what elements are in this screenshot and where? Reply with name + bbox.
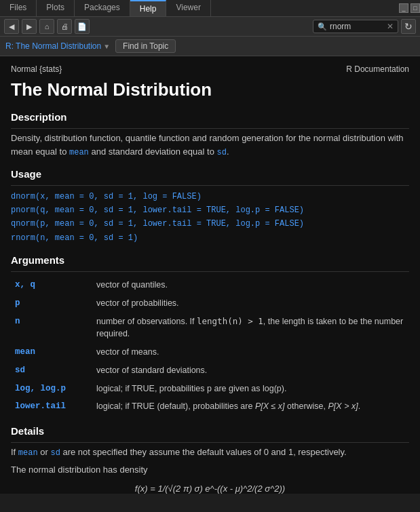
breadcrumb-arrow-icon: ▼: [103, 43, 110, 50]
code-sd2: sd: [50, 448, 60, 458]
search-box: 🔍 ✕: [313, 20, 398, 33]
search-input[interactable]: [330, 22, 384, 31]
code-length: length(n) > 1: [197, 316, 263, 326]
arg-desc-xq: vector of quantiles.: [92, 276, 409, 294]
arg-row-log: log, log.p logical; if TRUE, probabiliti…: [11, 380, 409, 398]
arg-desc-lowertail: logical; if TRUE (default), probabilitie…: [92, 397, 409, 416]
doc-type-label: R Documentation: [346, 64, 409, 74]
arg-row-lowertail: lower.tail logical; if TRUE (default), p…: [11, 397, 409, 416]
arg-row-p: p vector of probabilities.: [11, 294, 409, 313]
back-button[interactable]: ◀: [4, 19, 19, 34]
description-text: Density, distribution function, quantile…: [11, 132, 409, 159]
arg-desc-mean: vector of means.: [92, 343, 409, 361]
details-text1: If mean or sd are not specified they ass…: [11, 446, 409, 459]
window-controls: _ □: [399, 0, 420, 16]
arg-name-mean: mean: [11, 343, 92, 361]
maximize-button[interactable]: □: [411, 3, 420, 13]
usage-code: dnorm(x, mean = 0, sd = 1, log = FALSE) …: [11, 190, 409, 245]
tab-viewer[interactable]: Viewer: [166, 0, 210, 16]
nav-toolbar: ◀ ▶ ⌂ 🖨 📄 🔍 ✕ ↻: [0, 17, 420, 37]
arg-name-lowertail: lower.tail: [11, 397, 92, 416]
tab-plots[interactable]: Plots: [37, 0, 75, 16]
second-nav: R: The Normal Distribution ▼ Find in Top…: [0, 37, 420, 56]
arg-name-p: p: [11, 294, 92, 313]
tab-packages[interactable]: Packages: [75, 0, 130, 16]
doc-header: Normal {stats} R Documentation: [11, 64, 409, 74]
find-in-topic-button[interactable]: Find in Topic: [115, 39, 176, 53]
doc-title: The Normal Distribution: [11, 79, 409, 100]
arg-row-n: n number of observations. If length(n) >…: [11, 313, 409, 344]
usage-line-3: qnorm(p, mean = 0, sd = 1, lower.tail = …: [11, 217, 409, 231]
breadcrumb[interactable]: R: The Normal Distribution ▼: [5, 41, 110, 51]
arg-desc-log: logical; if TRUE, probabilities p are gi…: [92, 380, 409, 398]
arg-name-sd: sd: [11, 361, 92, 380]
section-heading-arguments: Arguments: [11, 254, 409, 266]
arg-desc-n: number of observations. If length(n) > 1…: [92, 313, 409, 344]
formula: f(x) = 1/(√(2 π) σ) e^-((x - μ)^2/(2 σ^2…: [11, 484, 409, 494]
arg-row-mean: mean vector of means.: [11, 343, 409, 361]
arg-name-n: n: [11, 313, 92, 344]
arg-row-xq: x, q vector of quantiles.: [11, 276, 409, 294]
search-clear-icon[interactable]: ✕: [387, 22, 394, 31]
forward-button[interactable]: ▶: [22, 19, 37, 34]
arg-desc-sd: vector of standard deviations.: [92, 361, 409, 380]
search-icon: 🔍: [318, 22, 327, 31]
section-heading-details: Details: [11, 425, 409, 437]
content-area[interactable]: Normal {stats} R Documentation The Norma…: [0, 56, 420, 494]
section-heading-usage: Usage: [11, 168, 409, 180]
home-button[interactable]: ⌂: [39, 19, 54, 34]
details-text2: The normal distribution has density: [11, 463, 409, 477]
minimize-button[interactable]: _: [399, 3, 408, 13]
code-mean: mean: [69, 148, 89, 157]
arg-row-sd: sd vector of standard deviations.: [11, 361, 409, 380]
tab-bar: Files Plots Packages Help Viewer _ □: [0, 0, 420, 17]
tab-files[interactable]: Files: [0, 0, 37, 16]
doc-package-label: Normal {stats}: [11, 64, 62, 74]
section-heading-description: Description: [11, 111, 409, 123]
bookmark-button[interactable]: 📄: [75, 19, 90, 34]
tab-help[interactable]: Help: [130, 0, 167, 16]
refresh-button[interactable]: ↻: [401, 19, 416, 34]
print-button[interactable]: 🖨: [57, 19, 72, 34]
arg-desc-p: vector of probabilities.: [92, 294, 409, 313]
code-mean2: mean: [18, 448, 38, 458]
code-sd: sd: [216, 148, 226, 157]
arg-name-xq: x, q: [11, 276, 92, 294]
usage-line-4: rnorm(n, mean = 0, sd = 1): [11, 231, 409, 245]
usage-line-2: pnorm(q, mean = 0, sd = 1, lower.tail = …: [11, 203, 409, 217]
arg-name-log: log, log.p: [11, 380, 92, 398]
breadcrumb-text: R: The Normal Distribution: [5, 41, 101, 51]
arguments-table: x, q vector of quantiles. p vector of pr…: [11, 276, 409, 416]
usage-line-1: dnorm(x, mean = 0, sd = 1, log = FALSE): [11, 190, 409, 203]
